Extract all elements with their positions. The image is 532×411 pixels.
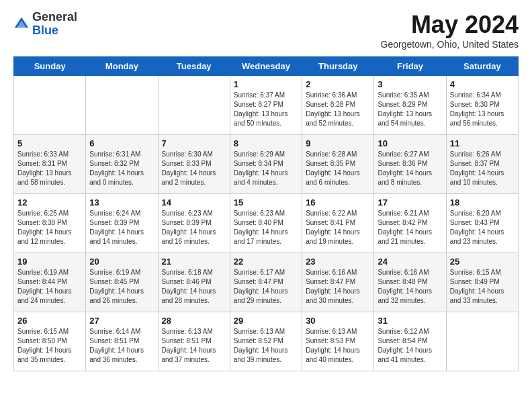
day-info: Sunrise: 6:16 AM Sunset: 8:48 PM Dayligh…	[378, 268, 442, 306]
day-number: 12	[17, 197, 82, 208]
day-number: 4	[450, 79, 515, 89]
header-day: Thursday	[302, 57, 374, 76]
day-info: Sunrise: 6:16 AM Sunset: 8:47 PM Dayligh…	[306, 268, 370, 306]
calendar-cell: 26Sunrise: 6:15 AM Sunset: 8:50 PM Dayli…	[14, 312, 86, 371]
day-number: 6	[89, 138, 154, 148]
day-number: 17	[378, 197, 442, 208]
calendar-cell	[86, 76, 158, 135]
calendar-cell: 23Sunrise: 6:16 AM Sunset: 8:47 PM Dayli…	[302, 253, 374, 312]
day-info: Sunrise: 6:34 AM Sunset: 8:30 PM Dayligh…	[450, 91, 515, 128]
day-number: 18	[450, 197, 515, 208]
logo-icon	[13, 16, 30, 32]
day-info: Sunrise: 6:23 AM Sunset: 8:39 PM Dayligh…	[162, 209, 226, 246]
day-info: Sunrise: 6:15 AM Sunset: 8:49 PM Dayligh…	[450, 268, 515, 306]
header: General Blue May 2024 Georgetown, Ohio, …	[13, 11, 519, 50]
header-day: Friday	[374, 57, 446, 76]
calendar-cell: 8Sunrise: 6:29 AM Sunset: 8:34 PM Daylig…	[230, 135, 302, 194]
day-number: 5	[17, 138, 82, 148]
day-info: Sunrise: 6:31 AM Sunset: 8:32 PM Dayligh…	[89, 150, 154, 187]
calendar-cell: 19Sunrise: 6:19 AM Sunset: 8:44 PM Dayli…	[14, 253, 86, 312]
calendar-subtitle: Georgetown, Ohio, United States	[381, 39, 519, 50]
calendar-cell: 18Sunrise: 6:20 AM Sunset: 8:43 PM Dayli…	[446, 194, 518, 253]
day-info: Sunrise: 6:13 AM Sunset: 8:53 PM Dayligh…	[306, 327, 370, 365]
calendar-cell: 25Sunrise: 6:15 AM Sunset: 8:49 PM Dayli…	[446, 253, 518, 312]
logo-text: General Blue	[32, 11, 77, 38]
calendar-week-row: 26Sunrise: 6:15 AM Sunset: 8:50 PM Dayli…	[14, 312, 519, 371]
day-info: Sunrise: 6:30 AM Sunset: 8:33 PM Dayligh…	[162, 150, 226, 187]
header-day: Wednesday	[230, 57, 302, 76]
day-number: 10	[378, 138, 442, 148]
day-number: 25	[450, 257, 515, 267]
day-info: Sunrise: 6:35 AM Sunset: 8:29 PM Dayligh…	[378, 91, 442, 128]
day-info: Sunrise: 6:14 AM Sunset: 8:51 PM Dayligh…	[89, 327, 154, 365]
calendar-cell: 29Sunrise: 6:13 AM Sunset: 8:52 PM Dayli…	[230, 312, 302, 371]
day-number: 22	[234, 257, 298, 267]
calendar-week-row: 1Sunrise: 6:37 AM Sunset: 8:27 PM Daylig…	[14, 76, 519, 135]
day-number: 7	[162, 138, 226, 148]
day-info: Sunrise: 6:21 AM Sunset: 8:42 PM Dayligh…	[378, 209, 442, 246]
calendar-cell	[446, 312, 518, 371]
calendar-cell: 1Sunrise: 6:37 AM Sunset: 8:27 PM Daylig…	[230, 76, 302, 135]
calendar-cell	[158, 76, 230, 135]
day-number: 21	[162, 257, 226, 267]
day-info: Sunrise: 6:36 AM Sunset: 8:28 PM Dayligh…	[306, 91, 370, 128]
day-info: Sunrise: 6:25 AM Sunset: 8:38 PM Dayligh…	[17, 209, 82, 246]
day-number: 29	[234, 316, 298, 326]
calendar-header: SundayMondayTuesdayWednesdayThursdayFrid…	[14, 57, 519, 76]
calendar-cell: 22Sunrise: 6:17 AM Sunset: 8:47 PM Dayli…	[230, 253, 302, 312]
day-info: Sunrise: 6:13 AM Sunset: 8:52 PM Dayligh…	[234, 327, 298, 365]
day-info: Sunrise: 6:23 AM Sunset: 8:40 PM Dayligh…	[234, 209, 298, 246]
calendar-cell: 12Sunrise: 6:25 AM Sunset: 8:38 PM Dayli…	[14, 194, 86, 253]
calendar-cell: 13Sunrise: 6:24 AM Sunset: 8:39 PM Dayli…	[86, 194, 158, 253]
day-number: 1	[234, 79, 298, 89]
header-day: Tuesday	[158, 57, 230, 76]
day-info: Sunrise: 6:15 AM Sunset: 8:50 PM Dayligh…	[17, 327, 82, 365]
day-number: 19	[17, 257, 82, 267]
calendar-cell: 17Sunrise: 6:21 AM Sunset: 8:42 PM Dayli…	[374, 194, 446, 253]
calendar-cell: 30Sunrise: 6:13 AM Sunset: 8:53 PM Dayli…	[302, 312, 374, 371]
calendar-cell: 11Sunrise: 6:26 AM Sunset: 8:37 PM Dayli…	[446, 135, 518, 194]
day-number: 26	[17, 316, 82, 326]
day-info: Sunrise: 6:19 AM Sunset: 8:44 PM Dayligh…	[17, 268, 82, 306]
calendar-title: May 2024	[381, 11, 519, 39]
header-row: SundayMondayTuesdayWednesdayThursdayFrid…	[14, 57, 519, 76]
day-number: 30	[306, 316, 370, 326]
title-area: May 2024 Georgetown, Ohio, United States	[381, 11, 519, 50]
day-info: Sunrise: 6:20 AM Sunset: 8:43 PM Dayligh…	[450, 209, 515, 246]
day-info: Sunrise: 6:26 AM Sunset: 8:37 PM Dayligh…	[450, 150, 515, 187]
calendar-week-row: 19Sunrise: 6:19 AM Sunset: 8:44 PM Dayli…	[14, 253, 519, 312]
calendar-cell: 21Sunrise: 6:18 AM Sunset: 8:46 PM Dayli…	[158, 253, 230, 312]
logo: General Blue	[13, 11, 77, 38]
calendar-body: 1Sunrise: 6:37 AM Sunset: 8:27 PM Daylig…	[14, 76, 519, 371]
calendar-cell: 7Sunrise: 6:30 AM Sunset: 8:33 PM Daylig…	[158, 135, 230, 194]
calendar-table: SundayMondayTuesdayWednesdayThursdayFrid…	[13, 56, 519, 371]
calendar-cell: 14Sunrise: 6:23 AM Sunset: 8:39 PM Dayli…	[158, 194, 230, 253]
day-info: Sunrise: 6:19 AM Sunset: 8:45 PM Dayligh…	[89, 268, 154, 306]
day-number: 23	[306, 257, 370, 267]
calendar-week-row: 12Sunrise: 6:25 AM Sunset: 8:38 PM Dayli…	[14, 194, 519, 253]
day-number: 2	[306, 79, 370, 89]
day-info: Sunrise: 6:33 AM Sunset: 8:31 PM Dayligh…	[17, 150, 82, 187]
day-number: 28	[162, 316, 226, 326]
calendar-cell: 6Sunrise: 6:31 AM Sunset: 8:32 PM Daylig…	[86, 135, 158, 194]
day-number: 15	[234, 197, 298, 208]
day-number: 31	[378, 316, 442, 326]
day-number: 16	[306, 197, 370, 208]
day-number: 11	[450, 138, 515, 148]
day-number: 14	[162, 197, 226, 208]
calendar-cell: 15Sunrise: 6:23 AM Sunset: 8:40 PM Dayli…	[230, 194, 302, 253]
day-info: Sunrise: 6:18 AM Sunset: 8:46 PM Dayligh…	[162, 268, 226, 306]
day-number: 24	[378, 257, 442, 267]
day-info: Sunrise: 6:12 AM Sunset: 8:54 PM Dayligh…	[378, 327, 442, 365]
calendar-cell: 24Sunrise: 6:16 AM Sunset: 8:48 PM Dayli…	[374, 253, 446, 312]
day-info: Sunrise: 6:17 AM Sunset: 8:47 PM Dayligh…	[234, 268, 298, 306]
calendar-cell: 27Sunrise: 6:14 AM Sunset: 8:51 PM Dayli…	[86, 312, 158, 371]
day-info: Sunrise: 6:22 AM Sunset: 8:41 PM Dayligh…	[306, 209, 370, 246]
calendar-cell	[14, 76, 86, 135]
day-number: 20	[89, 257, 154, 267]
logo-blue: Blue	[32, 24, 58, 37]
calendar-cell: 9Sunrise: 6:28 AM Sunset: 8:35 PM Daylig…	[302, 135, 374, 194]
calendar-cell: 31Sunrise: 6:12 AM Sunset: 8:54 PM Dayli…	[374, 312, 446, 371]
header-day: Monday	[86, 57, 158, 76]
calendar-cell: 2Sunrise: 6:36 AM Sunset: 8:28 PM Daylig…	[302, 76, 374, 135]
